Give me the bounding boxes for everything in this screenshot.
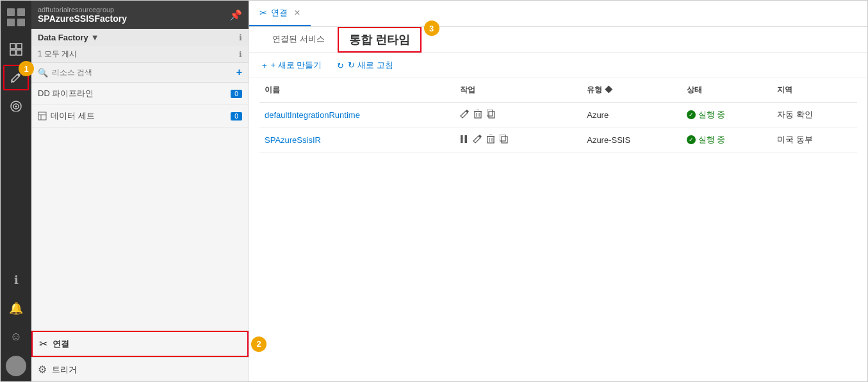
svg-rect-11: [38, 112, 46, 120]
svg-rect-5: [17, 44, 22, 49]
connections-icon: ✂: [39, 338, 47, 350]
svg-rect-3: [17, 19, 25, 26]
new-button[interactable]: + + 새로 만들기: [259, 58, 324, 72]
edit-icon-2[interactable]: [473, 135, 482, 145]
svg-rect-14: [475, 112, 481, 118]
rail-icon-author[interactable]: 1: [3, 65, 29, 90]
search-input[interactable]: [52, 68, 233, 77]
table-icon: [38, 112, 47, 120]
sidebar: adftutorialresourcegroup SPAzureSSISFact…: [31, 1, 249, 381]
cell-spacer-2: [563, 128, 582, 153]
cell-name-1: defaultIntegrationRuntime: [259, 103, 455, 128]
svg-rect-2: [7, 19, 15, 26]
tab-connections[interactable]: ✂ 연결 ✕: [249, 1, 311, 26]
integration-runtime-table: 이름 작업 유형 ◆ 상태 지역 defaultIntegrationRu: [259, 78, 857, 153]
tab-linked-services[interactable]: 연결된 서비스: [259, 27, 338, 53]
content-tabs: 연결된 서비스 통합 런타임 3: [249, 27, 867, 53]
cell-type-1: Azure: [582, 103, 681, 128]
main-content: ✂ 연결 ✕ 연결된 서비스 통합 런타임 3: [249, 1, 867, 381]
pin-icon[interactable]: 📌: [229, 9, 242, 21]
table-container: 이름 작업 유형 ◆ 상태 지역 defaultIntegrationRu: [249, 78, 867, 381]
status-dot-1: ✓: [687, 110, 696, 119]
status-badge-2: ✓ 실행 중: [687, 134, 767, 145]
svg-rect-29: [500, 135, 505, 141]
toolbar: + + 새로 만들기 ↻ ↻ 새로 고침: [249, 53, 867, 78]
search-bar: 🔍 +: [31, 63, 249, 83]
table-header-row: 이름 작업 유형 ◆ 상태 지역: [259, 78, 857, 103]
icon-rail: 1 ℹ 🔔 ☺: [1, 1, 31, 381]
all-publish-row: 1 모두 게시 ℹ: [31, 46, 249, 63]
table-row: SPAzureSsisIR: [259, 128, 857, 153]
col-region: 지역: [772, 78, 857, 103]
rail-icon-monitor[interactable]: [3, 93, 29, 119]
col-actions: 작업: [455, 78, 562, 103]
cell-region-1: 자동 확인: [772, 103, 857, 128]
svg-rect-1: [17, 8, 25, 16]
trigger-icon: ⚙: [38, 363, 47, 376]
rail-icon-bell[interactable]: 🔔: [3, 295, 29, 321]
runtime-link-2[interactable]: SPAzureSsisIR: [265, 135, 321, 145]
tab-bar: ✂ 연결 ✕: [249, 1, 867, 27]
step3-badge: 3: [424, 21, 439, 36]
sidebar-item-pipeline[interactable]: DD 파이프라인 0: [31, 83, 249, 105]
tab-integration-runtime[interactable]: 통합 런타임: [338, 27, 422, 53]
search-icon: 🔍: [38, 68, 48, 78]
svg-rect-20: [487, 110, 493, 116]
col-type: 유형 ◆: [582, 78, 681, 103]
app-logo: [4, 6, 28, 29]
step2-badge: 2: [251, 336, 266, 352]
col-name: 이름: [259, 78, 455, 103]
cell-name-2: SPAzureSsisIR: [259, 128, 455, 153]
cell-actions-1: [455, 103, 562, 128]
svg-rect-6: [10, 50, 15, 55]
resource-group-label: adftutorialresourcegroup: [38, 6, 127, 13]
table-row: defaultIntegrationRuntime: [259, 103, 857, 128]
cell-type-2: Azure-SSIS: [582, 128, 681, 153]
delete-icon-2[interactable]: [487, 135, 495, 145]
svg-rect-28: [502, 137, 507, 143]
svg-point-10: [15, 106, 17, 108]
status-badge-1: ✓ 실행 중: [687, 109, 767, 120]
svg-rect-23: [487, 137, 494, 143]
sidebar-bottom: ✂ 연결 2 ⚙ 트리거: [31, 331, 249, 381]
cell-spacer-1: [563, 103, 582, 128]
svg-rect-22: [465, 135, 468, 143]
new-icon: +: [262, 61, 267, 71]
sidebar-section: Data Factory ▼ ℹ: [31, 29, 249, 46]
sidebar-item-trigger[interactable]: ⚙ 트리거: [31, 357, 249, 381]
tab-close-icon[interactable]: ✕: [294, 8, 300, 17]
rail-icon-info[interactable]: ℹ: [3, 267, 29, 293]
rail-icon-grid[interactable]: [3, 37, 29, 62]
col-actions2: [563, 78, 582, 103]
copy-icon-1[interactable]: [487, 110, 495, 120]
factory-name-label: SPAzureSSISFactory: [38, 13, 127, 24]
refresh-button[interactable]: ↻ ↻ 새로 고침: [334, 58, 395, 72]
sidebar-item-dataset[interactable]: 데이터 세트 0: [31, 105, 249, 128]
runtime-link-1[interactable]: defaultIntegrationRuntime: [265, 110, 360, 120]
action-icons-1: [460, 110, 557, 120]
refresh-icon: ↻: [337, 61, 344, 71]
edit-icon-1[interactable]: [460, 110, 469, 120]
cell-status-1: ✓ 실행 중: [682, 103, 773, 128]
status-dot-2: ✓: [687, 135, 696, 144]
svg-rect-21: [461, 135, 463, 143]
cell-actions-2: [455, 128, 562, 153]
tab-integration-runtime-wrapper: 통합 런타임 3: [338, 27, 422, 53]
section-info-icon[interactable]: ℹ: [239, 33, 242, 42]
section-title: Data Factory ▼: [38, 33, 99, 42]
cell-status-2: ✓ 실행 중: [682, 128, 773, 153]
pause-icon-2[interactable]: [460, 135, 468, 145]
sidebar-item-connections[interactable]: ✂ 연결 2: [31, 331, 249, 357]
copy-icon-2[interactable]: [500, 135, 508, 145]
rail-icon-smiley[interactable]: ☺: [3, 324, 29, 349]
delete-icon-1[interactable]: [474, 110, 482, 120]
user-avatar[interactable]: [6, 356, 26, 376]
step1-badge: 1: [19, 61, 34, 76]
svg-rect-0: [7, 8, 15, 16]
sidebar-spacer: [31, 128, 249, 331]
svg-rect-7: [17, 50, 22, 55]
add-resource-icon[interactable]: +: [236, 67, 242, 78]
all-publish-info[interactable]: ℹ: [239, 50, 242, 59]
action-icons-2: [460, 135, 557, 145]
tab-connections-icon: ✂: [259, 8, 267, 18]
